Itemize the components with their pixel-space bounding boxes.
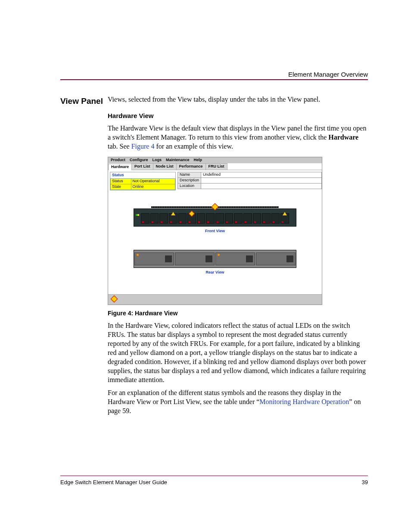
meta-table: Name Undefined Description Location: [177, 172, 322, 189]
port[interactable]: [169, 213, 177, 224]
psu-module: [256, 252, 296, 265]
spacer: [108, 281, 322, 294]
warning-diamond-icon: [189, 211, 195, 217]
port[interactable]: [280, 213, 289, 224]
device-front: [134, 208, 296, 227]
plug-icon: [246, 255, 253, 262]
tab-hardware[interactable]: Hardware: [108, 164, 132, 170]
text: tab. See: [108, 143, 131, 150]
table-row: Description: [177, 177, 321, 183]
status-panel: Status Status Not Operational State Onli…: [110, 172, 176, 190]
status-label: Status: [111, 178, 131, 184]
port-led-icon: [263, 221, 265, 223]
status-bar: [108, 294, 322, 305]
port-led-icon: [161, 221, 162, 223]
intro-paragraph: Views, selected from the View tabs, disp…: [108, 95, 368, 104]
state-value: Online: [131, 184, 175, 190]
port[interactable]: [197, 213, 206, 224]
info-row: Status Status Not Operational State Onli…: [108, 170, 322, 192]
hardware-view-paragraph: The Hardware View is the default view th…: [108, 124, 368, 151]
port[interactable]: [262, 213, 271, 224]
tab-performance[interactable]: Performance: [176, 163, 206, 170]
status-table: Status Not Operational State Online: [110, 178, 175, 190]
footer-title: Edge Switch Element Manager User Guide: [60, 479, 167, 485]
warning-triangle-icon: [171, 212, 175, 215]
meta-location-label: Location: [177, 183, 201, 189]
meta-location-value: [201, 183, 321, 189]
warning-triangle-icon: [283, 212, 287, 215]
port[interactable]: [159, 213, 168, 224]
port-led-icon: [282, 221, 283, 223]
port[interactable]: [225, 213, 234, 224]
body-paragraph: In the Hardware View, colored indicators…: [108, 321, 368, 385]
menu-product[interactable]: Product: [111, 158, 125, 162]
port[interactable]: [215, 213, 224, 224]
menu-logs[interactable]: Logs: [153, 158, 162, 162]
port-led-icon: [273, 221, 274, 223]
meta-description-value: [201, 177, 321, 183]
port[interactable]: [187, 213, 196, 224]
psu-module: [215, 252, 255, 265]
monitoring-link[interactable]: Monitoring Hardware Operation: [259, 398, 349, 405]
status-value: Not Operational: [131, 178, 175, 184]
table-row: Name Undefined: [177, 172, 321, 178]
port[interactable]: [271, 213, 280, 224]
footer-rule: [60, 476, 368, 476]
figure-hardware-view: Product Configure Logs Maintenance Help …: [108, 157, 322, 305]
page-footer: Edge Switch Element Manager User Guide 3…: [60, 479, 368, 485]
port[interactable]: [150, 213, 159, 224]
front-view-label: Front View: [108, 229, 322, 233]
device-rear: [134, 250, 296, 268]
menu-help[interactable]: Help: [194, 158, 202, 162]
port-led-icon: [226, 221, 228, 223]
power-led-icon: [136, 214, 139, 216]
table-row: Status Not Operational: [111, 178, 175, 184]
port[interactable]: [243, 213, 252, 224]
status-panel-title: Status: [110, 172, 175, 178]
port-led-icon: [217, 221, 218, 223]
menu-configure[interactable]: Configure: [130, 158, 148, 162]
menu-bar: Product Configure Logs Maintenance Help: [108, 157, 322, 163]
page-number: 39: [362, 479, 368, 485]
port[interactable]: [141, 213, 149, 224]
psu-module: [175, 252, 215, 265]
port-led-icon: [180, 221, 181, 223]
port-led-icon: [245, 221, 246, 223]
port-led-icon: [207, 221, 209, 223]
tab-node-list[interactable]: Node List: [153, 163, 177, 170]
section-heading: View Panel: [60, 96, 103, 106]
tab-port-list[interactable]: Port List: [131, 163, 153, 170]
text: The Hardware View is the default view th…: [108, 124, 366, 141]
psu-led-icon: [218, 254, 220, 256]
port-led-icon: [198, 221, 200, 223]
port-led-icon: [142, 221, 144, 223]
status-diamond-icon: [111, 296, 118, 303]
port[interactable]: [253, 213, 262, 224]
port-led-icon: [235, 221, 237, 223]
port[interactable]: [234, 213, 243, 224]
meta-name-value: Undefined: [201, 172, 321, 178]
meta-description-label: Description: [177, 177, 201, 183]
port-led-icon: [170, 221, 172, 223]
table-row: Location: [177, 183, 321, 189]
port-led-icon: [152, 221, 153, 223]
running-header: Element Manager Overview: [288, 71, 368, 78]
subsection-heading: Hardware View: [108, 112, 368, 120]
figure-caption: Figure 4: Hardware View: [108, 309, 368, 317]
port-row: [141, 213, 289, 224]
menu-maintenance[interactable]: Maintenance: [166, 158, 190, 162]
psu-module: [134, 252, 174, 265]
port[interactable]: [206, 213, 215, 224]
rear-view-label: Rear View: [108, 271, 322, 275]
tab-fru-list[interactable]: FRU List: [206, 163, 227, 170]
port-led-icon: [189, 221, 190, 223]
header-rule: [60, 79, 368, 80]
port-led-icon: [254, 221, 256, 223]
figure-link[interactable]: Figure 4: [131, 143, 155, 150]
text: for an example of this view.: [154, 143, 233, 150]
port[interactable]: [178, 213, 187, 224]
tab-row: Hardware Port List Node List Performance…: [108, 163, 322, 170]
body-paragraph: For an explanation of the different stat…: [108, 388, 368, 415]
plug-icon: [286, 255, 293, 262]
warning-diamond-icon: [212, 203, 219, 210]
